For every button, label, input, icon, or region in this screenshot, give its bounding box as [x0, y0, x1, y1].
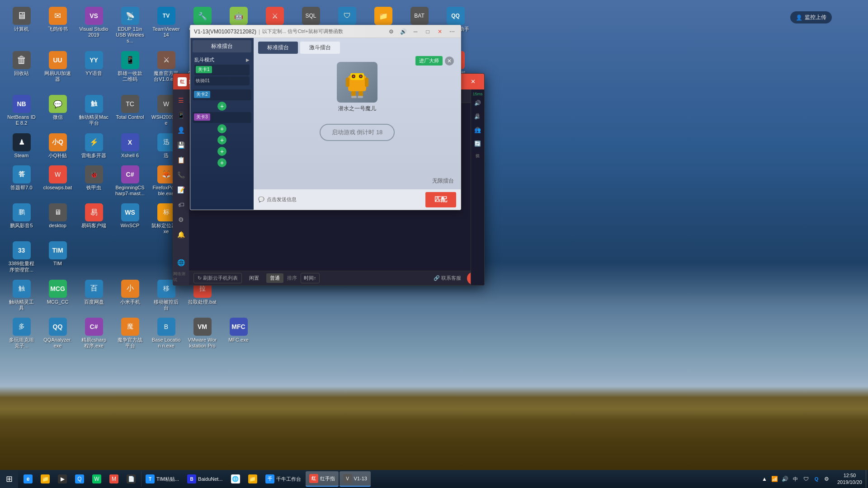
refresh-button[interactable]: ↻ 刷新云手机列表 [193, 273, 242, 283]
game-audio-btn[interactable]: 🔊 [398, 27, 408, 37]
sidebar-phone-button[interactable]: 📱 [175, 109, 188, 122]
add-slot-btn-4[interactable]: + [217, 147, 226, 156]
desktop-icon-leidian[interactable]: ⚡ 雷电多开器 [77, 131, 111, 161]
desktop-icon-jingcsharp[interactable]: C# 精易csharp程序.exe [77, 315, 111, 351]
desktop-icon-tiejia[interactable]: 🐞 铁甲虫 [77, 163, 111, 199]
standard-arena-tab[interactable]: 标准擂台 [258, 42, 298, 54]
taskbar-clock[interactable]: 12:50 2019/10/20 [834, 472, 866, 486]
group-button[interactable]: 👥 [472, 125, 483, 136]
desktop-icon-computer[interactable]: 🖥 计算机 [5, 5, 38, 47]
desktop-icon-mcgcc[interactable]: MCG MCG_CC [41, 277, 75, 313]
taskbar-qq[interactable]: Q [71, 471, 88, 487]
show-desktop-button[interactable] [866, 470, 868, 488]
desktop-icon-chujingkuang[interactable]: 触 触动精灵工具 [5, 277, 38, 313]
tray-network[interactable]: 📶 [770, 474, 779, 483]
desktop-icon-mozhengguan[interactable]: 魔 魔争官方战平台 [113, 315, 147, 351]
desktop-icon-tim[interactable]: TIM TIM [41, 239, 75, 275]
sidebar-menu-button[interactable]: ☰ [175, 94, 188, 107]
add-slot-btn-3[interactable]: + [217, 136, 226, 145]
taskbar-hongzhi[interactable]: 红 红手指 [306, 471, 339, 487]
taskbar-qianniu[interactable]: 千 千牛工作台 [262, 471, 305, 487]
desktop-icon-winscpdesktop[interactable]: WS WinSCP [113, 201, 147, 237]
taskbar-extra1[interactable]: M [106, 471, 122, 487]
sort-button[interactable]: 时间↑ [301, 273, 320, 283]
sidebar-tag-button[interactable]: 🏷 [175, 198, 188, 211]
desktop-icon-baidu[interactable]: 百 百度网盘 [77, 277, 111, 313]
desktop-icon-uu[interactable]: UU 网易UU加速器 [41, 49, 75, 91]
tray-qq[interactable]: Q [812, 474, 821, 483]
sidebar-save-button[interactable]: 💾 [175, 139, 188, 151]
add-slot-btn-5[interactable]: + [217, 158, 226, 167]
desktop-icon-qunxiong[interactable]: 📱 群雄一收款二维码 [113, 49, 147, 91]
taskbar-chrome[interactable]: 🌐 [227, 471, 244, 487]
taskbar-v113[interactable]: V V1-13 [340, 471, 371, 487]
desktop-icon-dazhushen[interactable]: 答 答题帮7.0 [5, 163, 38, 199]
taskbar-media[interactable]: ▶ [54, 471, 71, 487]
game-extra-btn[interactable]: ⋯ [447, 27, 457, 37]
sidebar-gear-button[interactable]: ⚙ [175, 213, 188, 226]
desktop-icon-chujing[interactable]: 触 触动精灵Mac平台 [77, 93, 111, 128]
game-close-btn[interactable]: ✕ [435, 27, 445, 37]
taskbar-explorer[interactable]: 📁 [245, 471, 261, 487]
sidebar-network-button[interactable]: 🌐 [175, 256, 188, 269]
desktop-icon-qqanalyzer[interactable]: QQ QQAnalyzer.exe [41, 315, 75, 351]
desktop-icon-vmware[interactable]: VM VMware Workstation Pro [185, 315, 219, 351]
desktop-icon-yima[interactable]: 易 易码客户端 [77, 201, 111, 237]
close-button[interactable]: ✕ [466, 76, 480, 88]
desktop-icon-steam[interactable]: ♟ Steam [5, 131, 38, 161]
tray-shield[interactable]: 🛡 [802, 474, 811, 483]
desktop-icon-xiaomi[interactable]: 小 小米手机 [113, 277, 147, 313]
desktop-icon-vs2019[interactable]: VS Visual Studio 2019 [77, 5, 111, 47]
desktop-icon-wechat[interactable]: 💬 微信 [41, 93, 75, 128]
game-min-btn[interactable]: ─ [410, 27, 420, 37]
desktop-icon-totalcontrol[interactable]: TC Total Control [113, 93, 147, 128]
tray-extra[interactable]: ⚙ [822, 474, 831, 483]
normal-filter-button[interactable]: 普通 [266, 273, 283, 283]
sidebar-person-button[interactable]: 👤 [175, 124, 188, 136]
refresh2-button[interactable]: 🔄 [472, 138, 483, 149]
add-slot-btn-2[interactable]: + [217, 124, 226, 133]
tray-arrow[interactable]: ▲ [760, 474, 769, 483]
game-max-btn[interactable]: □ [423, 27, 433, 37]
taskbar-tim[interactable]: T TIM粘贴... [142, 471, 183, 487]
sidebar-note-button[interactable]: 📝 [175, 183, 188, 196]
desktop-icon-duowan[interactable]: 多 多玩坦克坦克子... [5, 315, 38, 351]
start-game-button[interactable]: 启动游戏 倒计时 18 [320, 124, 395, 141]
desktop-icon-mfc[interactable]: MFC MFC.exe [222, 315, 255, 351]
match-button[interactable]: 匹配 [425, 192, 456, 207]
sidebar-list-button[interactable]: 📋 [175, 154, 188, 166]
desktop-icon-desktop[interactable]: 🖥 desktop [41, 201, 75, 237]
desktop-icon-yy[interactable]: YY YY语音 [77, 49, 111, 91]
desktop-icon-feige[interactable]: ✉ 飞鸽传书 [41, 5, 75, 47]
taskbar-folder[interactable]: 📁 [37, 471, 53, 487]
contact-service-button[interactable]: 🔗 联系客服 [434, 275, 461, 282]
volume-down-button[interactable]: 🔉 [472, 111, 483, 122]
taskbar-extra2[interactable]: 📄 [123, 471, 139, 487]
start-button[interactable]: ⊞ [0, 470, 18, 488]
sidebar-bell-button[interactable]: 🔔 [175, 228, 188, 241]
desktop-icon-teamviewer[interactable]: TV TeamViewer 14 [149, 5, 183, 47]
desktop-icon-edup[interactable]: 📡 EDUP 11in USB Wireless... [113, 5, 147, 47]
volume-up-button[interactable]: 🔊 [472, 98, 483, 108]
game-mode-btn[interactable]: ⚙ [386, 27, 396, 37]
fierce-arena-tab[interactable]: 激斗擂台 [300, 42, 340, 54]
desktop-icon-xiaomicircle[interactable]: 小Q 小Q补贴 [41, 131, 75, 161]
desktop-icon-netbeans[interactable]: NB NetBeans IDE 8.2 [5, 93, 38, 128]
desktop-icon-beginningcsharp[interactable]: C# BeginningCS harp7-mast... [113, 163, 147, 199]
desktop-icon-recyclebin[interactable]: 🗑 回收站 [5, 49, 38, 91]
desktop-icon-baselocation[interactable]: B Base Location n.exe [149, 315, 183, 351]
desktop-icon-xshell[interactable]: X Xshell 6 [113, 131, 147, 161]
add-slot-btn-1[interactable]: + [217, 102, 226, 111]
taskbar-wechat[interactable]: W [89, 471, 105, 487]
tray-volume[interactable]: 🔊 [781, 474, 790, 483]
taskbar-baidu[interactable]: B BaiduNet... [184, 471, 226, 487]
idle-filter-button[interactable]: 闲置 [245, 273, 263, 283]
desktop-icon-3389[interactable]: 33 3389批量程序管理官... [5, 239, 38, 275]
sidebar-phone2-button[interactable]: 📞 [175, 169, 188, 181]
tray-cn-input[interactable]: 中 [791, 474, 800, 483]
team-banner-close[interactable]: ✕ [445, 56, 454, 66]
msg-placeholder[interactable]: 点击发送信息 [267, 196, 297, 203]
desktop-icon-closewps[interactable]: W closewps.bat [41, 163, 75, 199]
taskbar-ie[interactable]: e [20, 471, 36, 487]
desktop-icon-pengfengying[interactable]: 鹏 鹏风影音5 [5, 201, 38, 237]
